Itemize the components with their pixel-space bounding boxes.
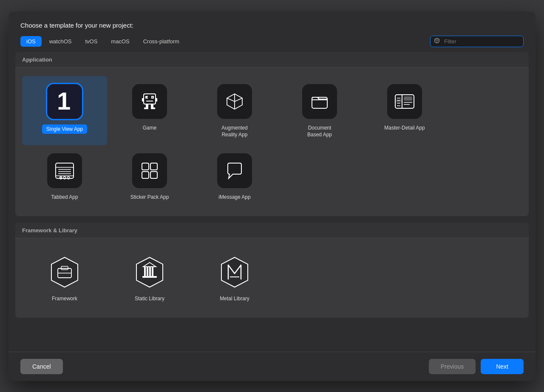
svg-rect-9	[142, 98, 144, 102]
sticker-pack-app-icon	[131, 152, 168, 189]
single-view-app-icon: 1	[46, 83, 83, 120]
game-label: Game	[143, 124, 157, 132]
master-detail-app-label: Master-Detail App	[384, 124, 425, 132]
framework-library-section-header: Framework & Library	[15, 223, 529, 238]
template-static-library[interactable]: Static Library	[107, 247, 192, 309]
svg-rect-13	[144, 107, 148, 109]
framework-library-section: Framework & Library	[15, 223, 529, 318]
imessage-app-icon	[216, 152, 253, 189]
svg-rect-15	[147, 97, 148, 98]
metal-library-label: Metal Library	[220, 295, 249, 302]
document-app-label: DocumentBased App	[307, 124, 332, 139]
svg-rect-11	[146, 104, 148, 107]
template-document-app[interactable]: DocumentBased App	[277, 76, 362, 146]
content-area: Application 1 Single View App	[8, 52, 536, 352]
filter-wrap	[430, 36, 524, 47]
ar-app-label: AugmentedReality App	[221, 124, 247, 139]
svg-rect-59	[149, 267, 151, 276]
template-game[interactable]: Game	[107, 76, 192, 146]
svg-point-41	[64, 177, 66, 179]
svg-rect-10	[156, 98, 157, 102]
application-templates-grid: 1 Single View App	[15, 68, 529, 216]
svg-point-42	[68, 177, 70, 179]
tabbed-app-label: Tabbed App	[51, 194, 78, 201]
template-single-view-app[interactable]: 1 Single View App	[22, 76, 107, 146]
svg-rect-5	[144, 94, 156, 104]
tab-crossplatform[interactable]: Cross-platform	[137, 36, 185, 47]
svg-marker-62	[221, 257, 248, 287]
filter-input[interactable]	[430, 36, 524, 47]
imessage-app-label: iMessage App	[218, 194, 250, 201]
svg-rect-48	[150, 163, 157, 170]
master-detail-app-icon	[386, 83, 423, 120]
tab-tvos[interactable]: tvOS	[79, 36, 103, 47]
static-library-icon	[131, 254, 168, 291]
svg-line-19	[227, 98, 235, 102]
template-tabbed-app[interactable]: ★ Tabbed App	[22, 145, 107, 208]
single-view-app-label: Single View App	[42, 124, 88, 134]
platform-tabs: iOS watchOS tvOS macOS Cross-platform	[8, 36, 536, 52]
cancel-button[interactable]: Cancel	[20, 359, 63, 374]
previous-button[interactable]: Previous	[429, 359, 476, 374]
footer-right-buttons: Previous Next	[429, 359, 524, 374]
svg-text:★: ★	[60, 176, 62, 179]
template-framework[interactable]: Framework	[22, 247, 107, 309]
svg-rect-33	[395, 99, 402, 102]
metal-library-icon	[216, 254, 253, 291]
svg-rect-47	[142, 163, 149, 170]
svg-rect-30	[404, 96, 412, 101]
next-button[interactable]: Next	[481, 359, 524, 374]
svg-rect-50	[150, 172, 157, 178]
svg-rect-12	[151, 104, 153, 107]
framework-label: Framework	[52, 295, 77, 302]
dialog-title: Choose a template for your new project:	[8, 11, 536, 36]
svg-rect-58	[147, 267, 148, 276]
template-sticker-pack-app[interactable]: Sticker Pack App	[107, 145, 192, 208]
ar-app-icon	[216, 83, 253, 120]
application-section: Application 1 Single View App	[15, 52, 529, 216]
svg-rect-49	[142, 172, 149, 178]
template-master-detail-app[interactable]: Master-Detail App	[362, 76, 447, 146]
svg-marker-51	[51, 257, 78, 287]
tab-watchos[interactable]: watchOS	[43, 36, 78, 47]
filter-icon	[434, 38, 440, 45]
new-project-dialog: Choose a template for your new project: …	[8, 11, 536, 381]
framework-icon	[46, 254, 83, 291]
framework-templates-grid: Framework	[15, 238, 529, 318]
dialog-footer: Cancel Previous Next	[8, 352, 536, 381]
svg-rect-14	[151, 107, 155, 109]
sticker-pack-app-label: Sticker Pack App	[130, 194, 169, 201]
svg-rect-16	[152, 97, 153, 98]
svg-rect-8	[146, 101, 153, 102]
svg-rect-56	[142, 276, 157, 278]
tabbed-app-icon: ★	[46, 152, 83, 189]
template-ar-app[interactable]: AugmentedReality App	[192, 76, 277, 146]
application-section-header: Application	[15, 52, 529, 68]
document-app-icon	[301, 83, 338, 120]
tab-ios[interactable]: iOS	[20, 36, 42, 47]
game-icon	[131, 83, 168, 120]
static-library-label: Static Library	[135, 295, 164, 302]
svg-rect-60	[152, 267, 153, 276]
svg-line-20	[235, 98, 242, 102]
svg-rect-57	[144, 267, 146, 276]
svg-text:1: 1	[57, 88, 71, 115]
tab-macos[interactable]: macOS	[105, 36, 135, 47]
template-imessage-app[interactable]: iMessage App	[192, 145, 277, 208]
template-metal-library[interactable]: Metal Library	[192, 247, 277, 309]
